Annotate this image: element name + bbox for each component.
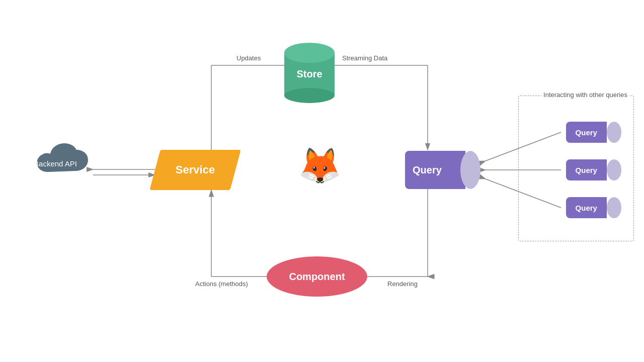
backend-api-node: Backend API <box>15 136 96 191</box>
side-query-1: Query <box>566 122 621 143</box>
store-node: Store <box>282 40 337 106</box>
updates-label: Updates <box>236 54 261 62</box>
streaming-label: Streaming Data <box>342 54 387 62</box>
query-node: Query <box>403 150 483 190</box>
rendering-label: Rendering <box>387 280 418 288</box>
side-query-pill-1: Query <box>566 122 621 143</box>
side-query-cap-2 <box>607 159 621 180</box>
side-query-pill-3: Query <box>566 197 621 218</box>
query-cap <box>460 151 480 189</box>
backend-api-label: Backend API <box>34 159 77 168</box>
side-query-body-3: Query <box>566 197 607 218</box>
side-query-label-1: Query <box>576 128 597 137</box>
side-query-2: Query <box>566 159 621 180</box>
store-shape: Store <box>284 43 335 103</box>
diagram: Backend API Service Store Component Quer… <box>0 0 644 362</box>
side-query-3: Query <box>566 197 621 218</box>
query-label: Query <box>413 164 442 176</box>
side-query-cap-3 <box>607 197 621 218</box>
component-label: Component <box>289 271 345 283</box>
store-label: Store <box>296 68 322 80</box>
cylinder-top <box>284 43 335 63</box>
query-shape: Query <box>405 151 480 189</box>
side-query-cap-1 <box>607 122 621 143</box>
cylinder-bottom <box>284 88 335 103</box>
side-query-pill-2: Query <box>566 159 621 180</box>
side-query-label-3: Query <box>576 204 597 212</box>
mascot-icon: 🦊 <box>297 143 342 189</box>
side-query-label-2: Query <box>576 166 597 174</box>
component-node: Component <box>267 256 367 297</box>
service-label: Service <box>176 163 215 176</box>
component-shape: Component <box>267 256 367 297</box>
interacting-queries-label: Interacting with other queries <box>541 91 629 99</box>
cloud-shape: Backend API <box>20 141 91 186</box>
side-query-body-1: Query <box>566 122 607 143</box>
side-query-body-2: Query <box>566 159 607 180</box>
actions-label: Actions (methods) <box>195 280 248 288</box>
service-node: Service <box>155 150 235 190</box>
